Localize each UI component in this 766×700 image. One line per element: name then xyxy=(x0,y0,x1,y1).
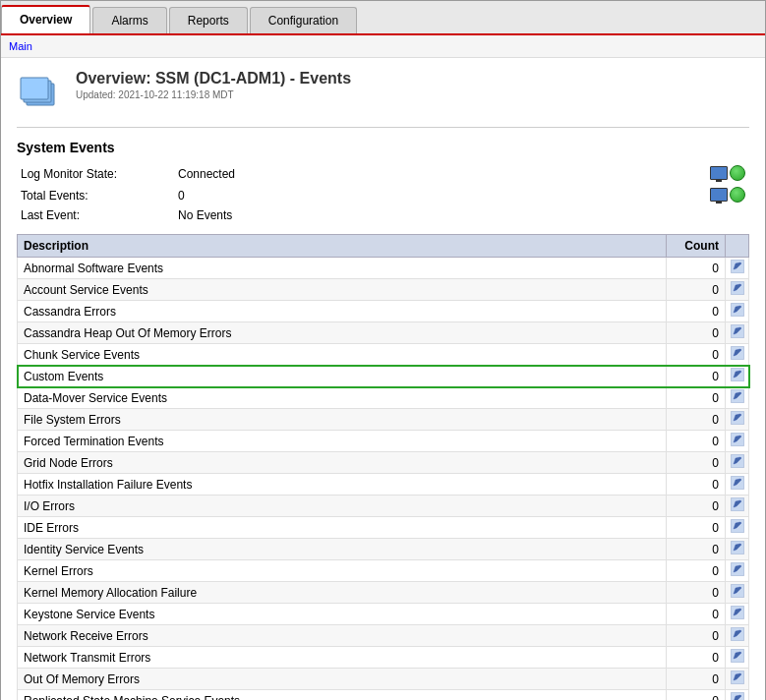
pencil-icon[interactable] xyxy=(731,281,744,295)
table-row: Replicated State Machine Service Events0 xyxy=(18,690,749,701)
pencil-icon[interactable] xyxy=(731,324,744,338)
event-action[interactable] xyxy=(726,582,749,604)
event-description: Cassandra Errors xyxy=(18,301,667,322)
event-count: 0 xyxy=(667,301,726,322)
event-count: 0 xyxy=(667,258,726,279)
event-count: 0 xyxy=(667,409,726,431)
pencil-icon[interactable] xyxy=(731,649,744,663)
table-row: Cassandra Errors0 xyxy=(18,301,749,322)
pencil-icon[interactable] xyxy=(731,476,744,490)
pencil-icon[interactable] xyxy=(731,303,744,317)
event-description: Network Transmit Errors xyxy=(18,647,667,669)
pencil-icon[interactable] xyxy=(731,627,744,641)
tab-alarms[interactable]: Alarms xyxy=(92,7,166,33)
event-action[interactable] xyxy=(726,366,749,387)
event-action[interactable] xyxy=(726,322,749,344)
event-action[interactable] xyxy=(726,647,749,669)
table-row: Grid Node Errors0 xyxy=(18,452,749,474)
event-count: 0 xyxy=(667,690,726,701)
event-count: 0 xyxy=(667,669,726,690)
pencil-icon[interactable] xyxy=(731,411,744,425)
event-description: Replicated State Machine Service Events xyxy=(18,690,667,701)
event-action[interactable] xyxy=(726,258,749,279)
table-row: Forced Termination Events0 xyxy=(18,431,749,452)
pencil-icon[interactable] xyxy=(731,671,744,684)
event-action[interactable] xyxy=(726,539,749,560)
event-description: Keystone Service Events xyxy=(18,604,667,625)
event-count: 0 xyxy=(667,560,726,582)
event-count: 0 xyxy=(667,517,726,539)
pencil-icon[interactable] xyxy=(731,541,744,554)
page-header: Overview: SSM (DC1-ADM1) - Events Update… xyxy=(17,70,749,128)
event-count: 0 xyxy=(667,604,726,625)
event-count: 0 xyxy=(667,431,726,452)
total-events-icons xyxy=(700,185,749,206)
event-description: Hotfix Installation Failure Events xyxy=(18,474,667,496)
event-description: I/O Errors xyxy=(18,496,667,517)
event-action[interactable] xyxy=(726,409,749,431)
pencil-icon[interactable] xyxy=(731,584,744,598)
event-action[interactable] xyxy=(726,496,749,517)
total-events-value: 0 xyxy=(174,185,700,206)
event-description: Custom Events xyxy=(18,366,667,387)
event-count: 0 xyxy=(667,474,726,496)
event-count: 0 xyxy=(667,322,726,344)
green-circle-icon-2 xyxy=(730,187,745,203)
event-action[interactable] xyxy=(726,517,749,539)
event-count: 0 xyxy=(667,647,726,669)
event-description: Grid Node Errors xyxy=(18,452,667,474)
event-description: Kernel Memory Allocation Failure xyxy=(18,582,667,604)
event-action[interactable] xyxy=(726,474,749,496)
green-circle-icon xyxy=(730,165,745,181)
event-action[interactable] xyxy=(726,560,749,582)
event-description: Network Receive Errors xyxy=(18,625,667,647)
pencil-icon[interactable] xyxy=(731,368,744,381)
log-monitor-icons xyxy=(700,163,749,185)
tab-configuration[interactable]: Configuration xyxy=(250,7,357,33)
breadcrumb-main-link[interactable]: Main xyxy=(9,40,32,52)
pencil-icon[interactable] xyxy=(731,389,744,403)
event-description: Out Of Memory Errors xyxy=(18,669,667,690)
table-row: Cassandra Heap Out Of Memory Errors0 xyxy=(18,322,749,344)
tab-overview[interactable]: Overview xyxy=(1,5,90,33)
events-table-header-row: Description Count xyxy=(18,235,749,258)
event-action[interactable] xyxy=(726,452,749,474)
page-title: Overview: SSM (DC1-ADM1) - Events xyxy=(76,70,351,88)
event-action[interactable] xyxy=(726,301,749,322)
event-action[interactable] xyxy=(726,279,749,301)
event-action[interactable] xyxy=(726,431,749,452)
event-action[interactable] xyxy=(726,344,749,366)
table-row: Network Receive Errors0 xyxy=(18,625,749,647)
pencil-icon[interactable] xyxy=(731,606,744,619)
pencil-icon[interactable] xyxy=(731,433,744,446)
log-monitor-label: Log Monitor State: xyxy=(17,163,174,185)
pencil-icon[interactable] xyxy=(731,562,744,576)
pencil-icon[interactable] xyxy=(731,692,744,700)
table-row: Account Service Events0 xyxy=(18,279,749,301)
last-event-label: Last Event: xyxy=(17,206,174,224)
event-description: Data-Mover Service Events xyxy=(18,387,667,409)
pencil-icon[interactable] xyxy=(731,346,744,360)
tab-reports[interactable]: Reports xyxy=(169,7,248,33)
event-count: 0 xyxy=(667,496,726,517)
pencil-icon[interactable] xyxy=(731,260,744,273)
pencil-icon[interactable] xyxy=(731,497,744,511)
event-action[interactable] xyxy=(726,387,749,409)
event-action[interactable] xyxy=(726,669,749,690)
monitor-icon xyxy=(710,166,728,180)
last-event-value: No Events xyxy=(174,206,700,224)
table-row: Network Transmit Errors0 xyxy=(18,647,749,669)
table-row: Data-Mover Service Events0 xyxy=(18,387,749,409)
event-action[interactable] xyxy=(726,604,749,625)
ssm-icon xyxy=(17,70,64,117)
pencil-icon[interactable] xyxy=(731,519,744,533)
event-description: IDE Errors xyxy=(18,517,667,539)
main-window: Overview Alarms Reports Configuration Ma… xyxy=(0,0,766,700)
event-count: 0 xyxy=(667,539,726,560)
event-count: 0 xyxy=(667,582,726,604)
event-action[interactable] xyxy=(726,625,749,647)
event-description: Chunk Service Events xyxy=(18,344,667,366)
status-row-log-monitor: Log Monitor State: Connected xyxy=(17,163,749,185)
pencil-icon[interactable] xyxy=(731,454,744,468)
event-action[interactable] xyxy=(726,690,749,701)
